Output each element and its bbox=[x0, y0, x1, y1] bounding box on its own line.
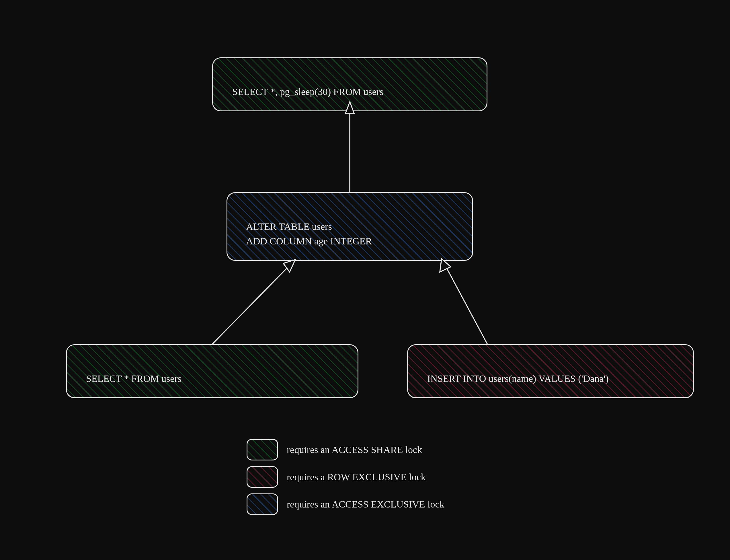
legend-label: requires an ACCESS SHARE lock bbox=[287, 444, 422, 455]
svg-marker-3 bbox=[283, 260, 295, 272]
legend-swatch-green bbox=[247, 439, 278, 460]
legend-label: requires a ROW EXCLUSIVE lock bbox=[287, 472, 426, 483]
legend-row-access-share: requires an ACCESS SHARE lock bbox=[247, 439, 444, 460]
legend-swatch-blue bbox=[247, 493, 278, 515]
legend-swatch-red bbox=[247, 466, 278, 488]
node-select-sleep: SELECT *, pg_sleep(30) FROM users bbox=[212, 57, 487, 111]
legend-row-access-exclusive: requires an ACCESS EXCLUSIVE lock bbox=[247, 493, 444, 515]
node-text: SELECT *, pg_sleep(30) FROM users bbox=[232, 86, 383, 97]
node-text: INSERT INTO users(name) VALUES ('Dana') bbox=[427, 373, 609, 384]
node-text: SELECT * FROM users bbox=[86, 373, 182, 384]
node-insert-users: INSERT INTO users(name) VALUES ('Dana') bbox=[407, 344, 694, 398]
node-alter-table: ALTER TABLE users ADD COLUMN age INTEGER bbox=[227, 192, 473, 261]
legend-label: requires an ACCESS EXCLUSIVE lock bbox=[287, 499, 444, 510]
svg-line-4 bbox=[444, 264, 487, 344]
node-select-users: SELECT * FROM users bbox=[66, 344, 359, 398]
svg-line-2 bbox=[212, 264, 291, 344]
legend: requires an ACCESS SHARE lock requires a… bbox=[247, 439, 444, 521]
legend-row-row-exclusive: requires a ROW EXCLUSIVE lock bbox=[247, 466, 444, 488]
node-text: ALTER TABLE users ADD COLUMN age INTEGER bbox=[242, 221, 372, 246]
